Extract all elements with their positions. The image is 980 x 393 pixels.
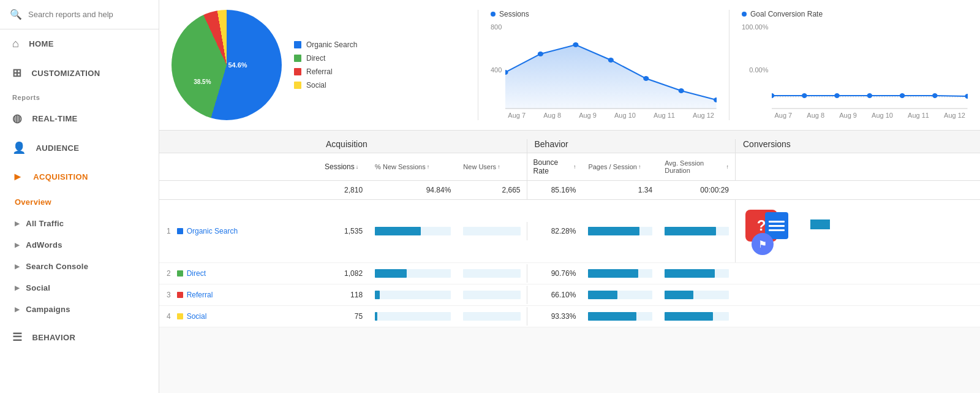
conv-x-aug10: Aug 10 bbox=[872, 112, 893, 119]
beh-col-headers: Bounce Rate ↑ Pages / Session ↑ Avg. Ses… bbox=[527, 153, 736, 180]
sessions-dot bbox=[491, 12, 496, 17]
get-started-button[interactable] bbox=[810, 219, 830, 229]
svg-point-14 bbox=[900, 93, 905, 98]
flag-icon: ⚑ bbox=[758, 238, 767, 250]
sidebar-item-adwords[interactable]: ▶ AdWords bbox=[0, 234, 159, 256]
row-avg-bar bbox=[658, 222, 735, 240]
row-acq-cols: 75 bbox=[318, 307, 527, 326]
goal-text bbox=[810, 210, 830, 229]
x-label-aug11: Aug 11 bbox=[654, 112, 675, 119]
col-pct-new[interactable]: % New Sessions ↑ bbox=[369, 153, 457, 180]
sort-arrow-avg: ↑ bbox=[726, 164, 729, 170]
x-label-aug10: Aug 10 bbox=[614, 112, 636, 119]
sidebar-item-realtime[interactable]: ◍ REAL-TIME bbox=[0, 104, 159, 133]
table-row: 4 Social 75 93.33% bbox=[159, 306, 980, 327]
sessions-y-max: 800 bbox=[491, 23, 502, 31]
svg-point-5 bbox=[644, 76, 649, 81]
sessions-y-mid: 400 bbox=[491, 66, 502, 74]
behavior-label: BEHAVIOR bbox=[32, 333, 75, 342]
row-new-users-bar bbox=[457, 264, 526, 283]
row-pct-new-bar bbox=[369, 264, 457, 283]
sidebar-item-campaigns[interactable]: ▶ Campaigns bbox=[0, 299, 159, 320]
svg-point-4 bbox=[608, 58, 614, 63]
sidebar-item-customization[interactable]: ⊞ CUSTOMIZATION bbox=[0, 58, 159, 88]
pie-legend: Organic Search Direct Referral Social bbox=[294, 40, 357, 90]
svg-point-11 bbox=[802, 93, 807, 98]
sort-arrow-bounce: ↑ bbox=[573, 164, 576, 170]
sidebar-item-behavior[interactable]: ☰ BEHAVIOR bbox=[0, 322, 159, 352]
source-link[interactable]: Direct bbox=[187, 269, 206, 278]
svg-point-10 bbox=[772, 93, 774, 98]
conversion-svg bbox=[772, 23, 968, 109]
acquisition-label: ACQUISITION bbox=[33, 172, 88, 181]
sidebar-item-acquisition[interactable]: ► ACQUISITION bbox=[0, 162, 159, 191]
row-number: 1 bbox=[167, 227, 171, 235]
search-bar[interactable]: 🔍 bbox=[0, 0, 159, 29]
bar-fill bbox=[375, 227, 421, 235]
conversion-chart-label: Goal Conversion Rate bbox=[742, 10, 968, 18]
row-source-col: 2 Direct bbox=[159, 263, 318, 284]
col-pages-session[interactable]: Pages / Session ↑ bbox=[582, 153, 658, 180]
customization-label: CUSTOMIZATION bbox=[31, 69, 100, 78]
behavior-section-header: Behavior bbox=[527, 139, 736, 153]
source-link[interactable]: Referral bbox=[187, 291, 213, 299]
pages-bar-fill bbox=[588, 269, 638, 278]
legend-direct-label: Direct bbox=[306, 54, 325, 63]
conv-x-aug11: Aug 11 bbox=[908, 112, 929, 119]
source-link[interactable]: Organic Search bbox=[187, 227, 238, 235]
row-acq-cols: 1,535 bbox=[318, 222, 527, 240]
sidebar-item-all-traffic[interactable]: ▶ All Traffic bbox=[0, 213, 159, 234]
svg-point-6 bbox=[679, 88, 684, 93]
x-label-aug9: Aug 9 bbox=[579, 112, 597, 119]
avg-bar-bg bbox=[665, 312, 729, 321]
source-color-indicator bbox=[177, 228, 183, 234]
x-label-aug7: Aug 7 bbox=[508, 112, 526, 119]
flag-icon-circle: ⚑ bbox=[752, 233, 774, 255]
row-source-col: 1 Organic Search bbox=[159, 221, 318, 242]
row-pages-bar bbox=[582, 222, 658, 240]
chevron-right-icon-campaigns: ▶ bbox=[15, 306, 20, 313]
legend-organic-search-label: Organic Search bbox=[306, 40, 357, 49]
row-pages-bar bbox=[582, 286, 658, 304]
pages-bar-fill bbox=[588, 312, 636, 321]
total-beh-cols: 85.16% 1.34 00:00:29 bbox=[527, 181, 736, 199]
sidebar-item-audience[interactable]: 👤 AUDIENCE bbox=[0, 133, 159, 162]
data-table: Acquisition Behavior Conversions Session… bbox=[159, 131, 980, 327]
row-new-users-bar bbox=[457, 286, 526, 304]
col-avg-duration[interactable]: Avg. Session Duration ↑ bbox=[658, 153, 735, 180]
bar-background-new bbox=[463, 312, 520, 321]
sessions-chart: Sessions 800 400 bbox=[478, 10, 717, 120]
source-link[interactable]: Social bbox=[187, 312, 207, 321]
col-new-users[interactable]: New Users ↑ bbox=[457, 153, 526, 180]
chevron-right-icon: ▶ bbox=[15, 220, 20, 227]
new-users-col-label: New Users bbox=[463, 163, 496, 170]
sidebar-item-overview[interactable]: Overview bbox=[0, 191, 159, 213]
legend-organic-search: Organic Search bbox=[294, 40, 357, 49]
search-input[interactable] bbox=[28, 10, 149, 19]
chevron-right-icon-adwords: ▶ bbox=[15, 242, 20, 248]
sidebar-item-search-console[interactable]: ▶ Search Console bbox=[0, 256, 159, 277]
sidebar: 🔍 ⌂ HOME ⊞ CUSTOMIZATION Reports ◍ REAL-… bbox=[0, 0, 159, 393]
direct-dot bbox=[294, 55, 301, 62]
behavior-icon: ☰ bbox=[12, 330, 22, 344]
bar-background bbox=[375, 227, 451, 235]
home-label: HOME bbox=[29, 39, 54, 48]
row-acq-cols: 1,082 bbox=[318, 264, 527, 283]
sidebar-item-social[interactable]: ▶ Social bbox=[0, 277, 159, 299]
row-beh-cols: 93.33% bbox=[527, 307, 736, 326]
col-bounce-rate[interactable]: Bounce Rate ↑ bbox=[527, 153, 582, 180]
x-label-aug12: Aug 12 bbox=[693, 112, 714, 119]
list-line bbox=[769, 229, 785, 231]
column-headers-row: Sessions ↓ % New Sessions ↑ New Users ↑ … bbox=[159, 153, 980, 181]
pages-bar-bg bbox=[588, 269, 652, 278]
col-sessions[interactable]: Sessions ↓ bbox=[318, 153, 369, 180]
sidebar-item-home[interactable]: ⌂ HOME bbox=[0, 29, 159, 58]
main-content: 54.6% 38.5% Organic Search Direct Referr… bbox=[159, 0, 980, 393]
bar-background bbox=[375, 269, 451, 278]
row-sessions: 75 bbox=[318, 307, 369, 326]
realtime-label: REAL-TIME bbox=[32, 114, 77, 123]
conv-x-aug12: Aug 12 bbox=[944, 112, 965, 119]
source-color-indicator bbox=[177, 292, 183, 298]
social-dot bbox=[294, 82, 301, 89]
pages-bar-fill bbox=[588, 291, 617, 299]
